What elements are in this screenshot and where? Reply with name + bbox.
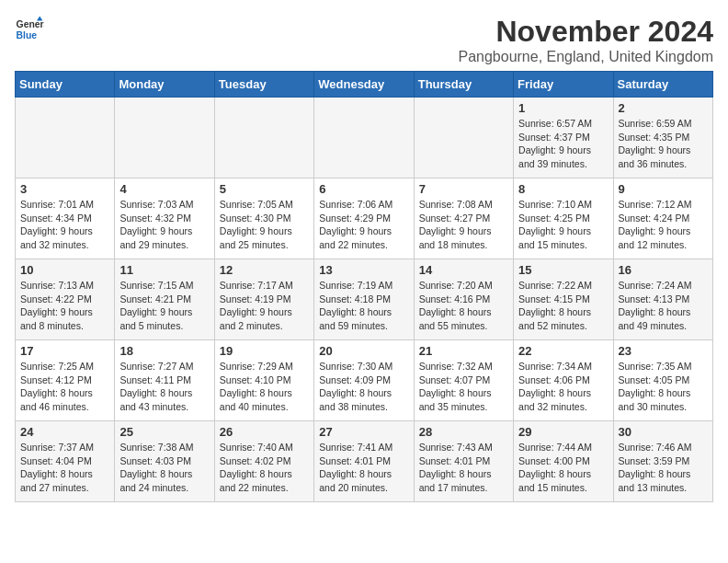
header-saturday: Saturday [613, 72, 712, 98]
day-info: Sunrise: 7:20 AM Sunset: 4:16 PM Dayligh… [419, 279, 508, 333]
calendar-cell: 29Sunrise: 7:44 AM Sunset: 4:00 PM Dayli… [514, 421, 613, 502]
day-number: 17 [20, 344, 109, 358]
calendar-cell: 28Sunrise: 7:43 AM Sunset: 4:01 PM Dayli… [414, 421, 513, 502]
header-sunday: Sunday [16, 72, 115, 98]
calendar-cell [115, 98, 214, 178]
header-monday: Monday [115, 72, 214, 98]
day-number: 9 [619, 182, 708, 196]
calendar-cell: 20Sunrise: 7:30 AM Sunset: 4:09 PM Dayli… [314, 340, 414, 421]
week-row-2: 3Sunrise: 7:01 AM Sunset: 4:34 PM Daylig… [16, 178, 713, 259]
week-row-5: 24Sunrise: 7:37 AM Sunset: 4:04 PM Dayli… [16, 421, 713, 502]
svg-text:Blue: Blue [17, 30, 38, 40]
day-info: Sunrise: 7:30 AM Sunset: 4:09 PM Dayligh… [319, 360, 408, 414]
calendar-cell: 5Sunrise: 7:05 AM Sunset: 4:30 PM Daylig… [214, 178, 313, 259]
calendar-cell: 19Sunrise: 7:29 AM Sunset: 4:10 PM Dayli… [214, 340, 313, 421]
day-number: 26 [220, 425, 309, 439]
calendar-cell [214, 98, 313, 178]
calendar-cell: 25Sunrise: 7:38 AM Sunset: 4:03 PM Dayli… [115, 421, 214, 502]
day-info: Sunrise: 7:40 AM Sunset: 4:02 PM Dayligh… [220, 441, 309, 495]
day-number: 2 [619, 101, 708, 115]
day-info: Sunrise: 7:24 AM Sunset: 4:13 PM Dayligh… [619, 279, 708, 333]
calendar-cell: 8Sunrise: 7:10 AM Sunset: 4:25 PM Daylig… [514, 178, 613, 259]
header-thursday: Thursday [414, 72, 513, 98]
day-number: 14 [419, 263, 508, 277]
day-number: 5 [220, 182, 309, 196]
calendar-cell: 11Sunrise: 7:15 AM Sunset: 4:21 PM Dayli… [115, 259, 214, 340]
day-number: 21 [419, 344, 508, 358]
day-number: 20 [319, 344, 408, 358]
day-info: Sunrise: 7:38 AM Sunset: 4:03 PM Dayligh… [119, 441, 209, 495]
calendar-cell: 13Sunrise: 7:19 AM Sunset: 4:18 PM Dayli… [314, 259, 414, 340]
day-info: Sunrise: 7:43 AM Sunset: 4:01 PM Dayligh… [419, 441, 508, 495]
day-info: Sunrise: 7:25 AM Sunset: 4:12 PM Dayligh… [20, 360, 109, 414]
calendar-cell [314, 98, 414, 178]
day-number: 13 [319, 263, 408, 277]
day-info: Sunrise: 7:34 AM Sunset: 4:06 PM Dayligh… [518, 360, 608, 414]
day-number: 23 [619, 344, 708, 358]
calendar-cell: 16Sunrise: 7:24 AM Sunset: 4:13 PM Dayli… [613, 259, 712, 340]
day-info: Sunrise: 7:22 AM Sunset: 4:15 PM Dayligh… [518, 279, 608, 333]
day-info: Sunrise: 7:08 AM Sunset: 4:27 PM Dayligh… [419, 198, 508, 252]
day-number: 1 [518, 101, 608, 115]
calendar-cell: 9Sunrise: 7:12 AM Sunset: 4:24 PM Daylig… [613, 178, 712, 259]
page-header: General Blue November 2024 Pangbourne, E… [15, 15, 713, 65]
day-info: Sunrise: 7:17 AM Sunset: 4:19 PM Dayligh… [220, 279, 309, 333]
day-info: Sunrise: 7:10 AM Sunset: 4:25 PM Dayligh… [518, 198, 608, 252]
calendar-cell: 4Sunrise: 7:03 AM Sunset: 4:32 PM Daylig… [115, 178, 214, 259]
calendar-cell: 17Sunrise: 7:25 AM Sunset: 4:12 PM Dayli… [16, 340, 115, 421]
day-number: 6 [319, 182, 408, 196]
day-number: 12 [220, 263, 309, 277]
day-number: 8 [518, 182, 608, 196]
day-number: 4 [119, 182, 209, 196]
calendar-cell: 21Sunrise: 7:32 AM Sunset: 4:07 PM Dayli… [414, 340, 513, 421]
calendar-cell: 30Sunrise: 7:46 AM Sunset: 3:59 PM Dayli… [613, 421, 712, 502]
calendar-cell: 24Sunrise: 7:37 AM Sunset: 4:04 PM Dayli… [16, 421, 115, 502]
day-number: 19 [220, 344, 309, 358]
day-info: Sunrise: 7:12 AM Sunset: 4:24 PM Dayligh… [619, 198, 708, 252]
weekday-header-row: SundayMondayTuesdayWednesdayThursdayFrid… [16, 72, 713, 98]
day-info: Sunrise: 6:59 AM Sunset: 4:35 PM Dayligh… [619, 117, 708, 171]
day-number: 11 [119, 263, 209, 277]
calendar-cell: 18Sunrise: 7:27 AM Sunset: 4:11 PM Dayli… [115, 340, 214, 421]
svg-text:General: General [17, 19, 44, 29]
week-row-1: 1Sunrise: 6:57 AM Sunset: 4:37 PM Daylig… [16, 98, 713, 178]
day-number: 30 [619, 425, 708, 439]
calendar-cell: 6Sunrise: 7:06 AM Sunset: 4:29 PM Daylig… [314, 178, 414, 259]
day-info: Sunrise: 7:32 AM Sunset: 4:07 PM Dayligh… [419, 360, 508, 414]
week-row-4: 17Sunrise: 7:25 AM Sunset: 4:12 PM Dayli… [16, 340, 713, 421]
day-info: Sunrise: 7:44 AM Sunset: 4:00 PM Dayligh… [518, 441, 608, 495]
day-number: 29 [518, 425, 608, 439]
day-number: 22 [518, 344, 608, 358]
day-info: Sunrise: 7:06 AM Sunset: 4:29 PM Dayligh… [319, 198, 408, 252]
day-number: 28 [419, 425, 508, 439]
calendar-cell [414, 98, 513, 178]
calendar-cell: 1Sunrise: 6:57 AM Sunset: 4:37 PM Daylig… [514, 98, 613, 178]
day-info: Sunrise: 7:46 AM Sunset: 3:59 PM Dayligh… [619, 441, 708, 495]
day-info: Sunrise: 7:27 AM Sunset: 4:11 PM Dayligh… [119, 360, 209, 414]
location: Pangbourne, England, United Kingdom [458, 49, 713, 65]
header-tuesday: Tuesday [214, 72, 313, 98]
calendar-cell: 22Sunrise: 7:34 AM Sunset: 4:06 PM Dayli… [514, 340, 613, 421]
header-wednesday: Wednesday [314, 72, 414, 98]
day-number: 24 [20, 425, 109, 439]
title-area: November 2024 Pangbourne, England, Unite… [458, 15, 713, 65]
week-row-3: 10Sunrise: 7:13 AM Sunset: 4:22 PM Dayli… [16, 259, 713, 340]
day-info: Sunrise: 7:29 AM Sunset: 4:10 PM Dayligh… [220, 360, 309, 414]
calendar-cell: 14Sunrise: 7:20 AM Sunset: 4:16 PM Dayli… [414, 259, 513, 340]
day-number: 16 [619, 263, 708, 277]
calendar-cell: 10Sunrise: 7:13 AM Sunset: 4:22 PM Dayli… [16, 259, 115, 340]
day-info: Sunrise: 7:03 AM Sunset: 4:32 PM Dayligh… [119, 198, 209, 252]
calendar-cell: 26Sunrise: 7:40 AM Sunset: 4:02 PM Dayli… [214, 421, 313, 502]
day-info: Sunrise: 6:57 AM Sunset: 4:37 PM Dayligh… [518, 117, 608, 171]
day-info: Sunrise: 7:41 AM Sunset: 4:01 PM Dayligh… [319, 441, 408, 495]
day-info: Sunrise: 7:37 AM Sunset: 4:04 PM Dayligh… [20, 441, 109, 495]
calendar-cell: 15Sunrise: 7:22 AM Sunset: 4:15 PM Dayli… [514, 259, 613, 340]
day-info: Sunrise: 7:01 AM Sunset: 4:34 PM Dayligh… [20, 198, 109, 252]
day-number: 27 [319, 425, 408, 439]
calendar-cell: 27Sunrise: 7:41 AM Sunset: 4:01 PM Dayli… [314, 421, 414, 502]
day-info: Sunrise: 7:05 AM Sunset: 4:30 PM Dayligh… [220, 198, 309, 252]
calendar-cell: 3Sunrise: 7:01 AM Sunset: 4:34 PM Daylig… [16, 178, 115, 259]
day-number: 7 [419, 182, 508, 196]
day-number: 18 [119, 344, 209, 358]
day-number: 3 [20, 182, 109, 196]
